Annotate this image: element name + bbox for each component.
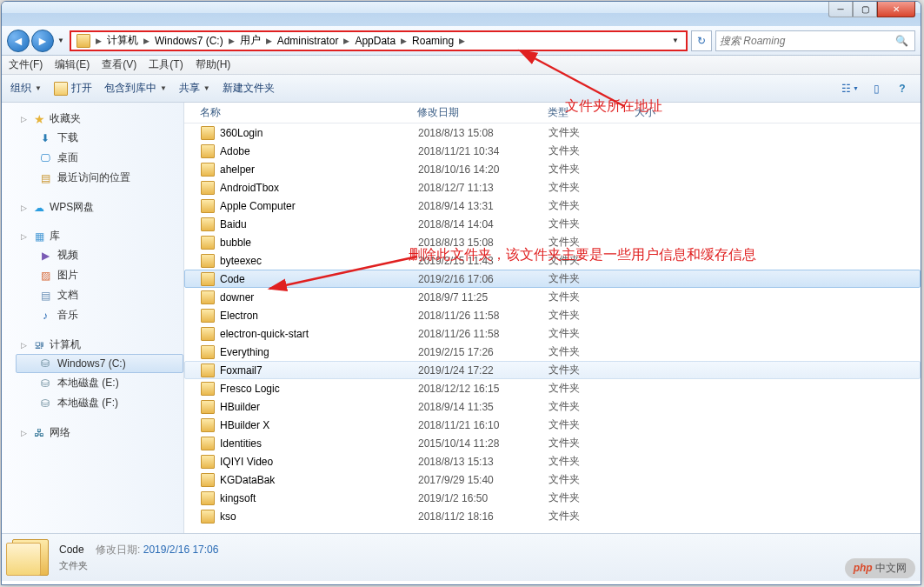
include-in-library-button[interactable]: 包含到库中 ▼ [104, 81, 167, 96]
column-size[interactable]: 大小 [635, 105, 704, 120]
file-row[interactable]: Foxmail72019/1/24 17:22文件夹 [184, 361, 921, 379]
view-options-button[interactable]: ☷ ▼ [841, 80, 860, 97]
sidebar-item-wps[interactable]: ▷ ☁ WPS网盘 [16, 198, 183, 217]
folder-icon [201, 345, 215, 359]
watermark-text: 中文网 [875, 562, 907, 574]
forward-button[interactable]: ► [31, 30, 54, 52]
column-type[interactable]: 类型 [548, 105, 635, 120]
file-list[interactable]: 360Login2018/8/13 15:08文件夹Adobe2018/11/2… [184, 123, 921, 532]
file-row[interactable]: downer2018/9/7 11:25文件夹 [184, 288, 921, 306]
status-date-label: 修改日期: [96, 544, 140, 556]
menu-help[interactable]: 帮助(H) [196, 57, 231, 72]
history-dropdown-icon[interactable]: ▼ [56, 32, 66, 50]
file-row[interactable]: ahelper2018/10/16 14:20文件夹 [184, 160, 921, 178]
file-name: downer [220, 291, 254, 304]
preview-pane-button[interactable]: ▯ [867, 80, 886, 97]
menu-tools[interactable]: 工具(T) [149, 57, 183, 72]
file-row[interactable]: HBuilder X2018/11/21 16:10文件夹 [184, 416, 921, 434]
sidebar-item-videos[interactable]: ▶视频 [16, 245, 183, 265]
column-date[interactable]: 修改日期 [417, 105, 548, 120]
maximize-button[interactable]: ▢ [853, 2, 877, 17]
organize-button[interactable]: 组织 ▼ [10, 81, 42, 96]
sidebar-item-drive-c[interactable]: ⛁Windows7 (C:) [16, 354, 183, 373]
chevron-right-icon[interactable]: ▶ [227, 37, 236, 45]
breadcrumb-item[interactable]: Administrator [274, 35, 342, 47]
file-row[interactable]: kingsoft2019/1/2 16:50文件夹 [184, 489, 921, 507]
refresh-button[interactable]: ↻ [691, 30, 712, 51]
share-button[interactable]: 共享 ▼ [179, 81, 210, 96]
computer-group[interactable]: ▷ 🖳 计算机 [16, 336, 183, 354]
chevron-right-icon[interactable]: ▶ [94, 37, 103, 45]
breadcrumb-item[interactable]: AppData [351, 35, 399, 47]
file-type: 文件夹 [548, 399, 635, 414]
file-type: 文件夹 [548, 381, 635, 396]
libraries-group[interactable]: ▷ ▦ 库 [16, 227, 183, 245]
file-row[interactable]: 360Login2018/8/13 15:08文件夹 [184, 123, 921, 142]
breadcrumb-item[interactable]: 计算机 [103, 33, 142, 48]
sidebar-item-network[interactable]: ▷ 🖧 网络 [16, 424, 183, 442]
file-list-pane[interactable]: 名称 修改日期 类型 大小 360Login2018/8/13 15:08文件夹… [184, 103, 921, 533]
file-row[interactable]: Apple Computer2018/9/14 13:31文件夹 [184, 197, 921, 215]
breadcrumb-item[interactable]: 用户 [236, 33, 264, 48]
collapse-icon: ▷ [19, 232, 29, 241]
folder-open-icon [54, 82, 68, 96]
file-name: kso [220, 510, 236, 523]
file-row[interactable]: Baidu2018/8/14 14:04文件夹 [184, 215, 921, 233]
address-bar[interactable]: ▶ 计算机 ▶ Windows7 (C:) ▶ 用户 ▶ Administrat… [70, 30, 688, 51]
file-row[interactable]: Code2019/2/16 17:06文件夹 [184, 270, 921, 288]
file-row[interactable]: IQIYI Video2018/8/13 15:13文件夹 [184, 452, 921, 470]
window-titlebar[interactable]: ─ ▢ ✕ [2, 2, 921, 26]
new-folder-button[interactable]: 新建文件夹 [223, 81, 275, 96]
file-row[interactable]: Adobe2018/11/21 10:34文件夹 [184, 142, 921, 160]
file-row[interactable]: electron-quick-start2018/11/26 11:58文件夹 [184, 324, 921, 343]
file-row[interactable]: kso2018/11/2 18:16文件夹 [184, 507, 921, 525]
menu-edit[interactable]: 编辑(E) [55, 57, 90, 72]
address-dropdown-icon[interactable]: ▼ [667, 37, 684, 44]
file-row[interactable]: Everything2019/2/15 17:26文件夹 [184, 343, 921, 361]
minimize-button[interactable]: ─ [828, 2, 853, 17]
file-row[interactable]: byteexec2019/2/15 11:43文件夹 [184, 251, 921, 270]
back-button[interactable]: ◄ [7, 30, 30, 52]
folder-icon [201, 254, 215, 268]
file-type: 文件夹 [548, 180, 635, 195]
close-button[interactable]: ✕ [877, 2, 915, 17]
file-row[interactable]: Identities2015/10/14 11:28文件夹 [184, 434, 921, 452]
file-name: KGDataBak [220, 474, 275, 486]
chevron-right-icon[interactable]: ▶ [457, 37, 467, 45]
file-row[interactable]: bubble2018/8/13 15:08文件夹 [184, 233, 921, 251]
sidebar-item-desktop[interactable]: 🖵 桌面 [16, 148, 183, 168]
chevron-right-icon[interactable]: ▶ [342, 37, 351, 45]
search-box[interactable]: 🔍 [715, 30, 915, 51]
open-button[interactable]: 打开 [54, 81, 92, 96]
file-row[interactable]: Electron2018/11/26 11:58文件夹 [184, 306, 921, 324]
collapse-icon: ▷ [19, 115, 29, 123]
breadcrumb-item[interactable]: Roaming [409, 35, 457, 47]
file-date: 2018/10/16 14:20 [418, 163, 548, 176]
file-row[interactable]: KGDataBak2017/9/29 15:40文件夹 [184, 470, 921, 489]
search-button[interactable]: 🔍 [892, 31, 911, 50]
sidebar-item-drive-f[interactable]: ⛁本地磁盘 (F:) [16, 393, 183, 413]
folder-icon [201, 144, 215, 158]
file-row[interactable]: HBuilder2018/9/14 11:35文件夹 [184, 397, 921, 416]
favorites-group[interactable]: ▷ ★ 收藏夹 [16, 110, 183, 128]
file-date: 2019/1/2 16:50 [418, 492, 548, 504]
sidebar-item-drive-e[interactable]: ⛁本地磁盘 (E:) [16, 373, 183, 393]
breadcrumb-item[interactable]: Windows7 (C:) [151, 35, 227, 47]
sidebar-item-documents[interactable]: ▤文档 [16, 285, 183, 305]
column-name[interactable]: 名称 [200, 105, 417, 120]
menu-view[interactable]: 查看(V) [102, 57, 136, 72]
sidebar-item-recent[interactable]: ▤ 最近访问的位置 [16, 168, 183, 188]
chevron-right-icon[interactable]: ▶ [399, 37, 409, 45]
sidebar-item-label: WPS网盘 [50, 200, 94, 215]
help-button[interactable]: ? [893, 80, 912, 97]
sidebar-item-downloads[interactable]: ⬇ 下载 [16, 128, 183, 148]
search-input[interactable] [720, 35, 892, 47]
navigation-pane[interactable]: ▷ ★ 收藏夹 ⬇ 下载 🖵 桌面 ▤ 最近访问的位置 [2, 103, 184, 533]
chevron-right-icon[interactable]: ▶ [142, 37, 151, 45]
file-row[interactable]: AndroidTbox2018/12/7 11:13文件夹 [184, 178, 921, 197]
sidebar-item-pictures[interactable]: ▨图片 [16, 265, 183, 285]
file-row[interactable]: Fresco Logic2018/12/12 16:15文件夹 [184, 379, 921, 397]
menu-file[interactable]: 文件(F) [9, 57, 43, 72]
sidebar-item-music[interactable]: ♪音乐 [16, 305, 183, 325]
chevron-right-icon[interactable]: ▶ [264, 37, 274, 45]
